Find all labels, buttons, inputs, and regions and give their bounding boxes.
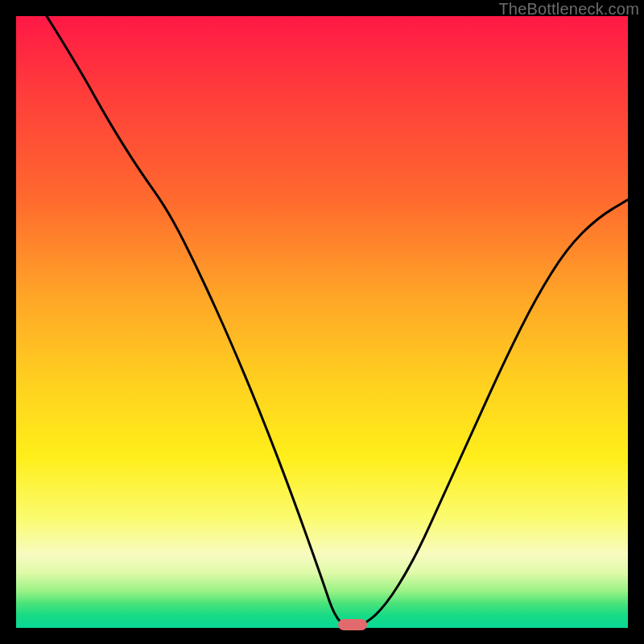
chart-frame: TheBottleneck.com (0, 0, 644, 644)
curve-svg (16, 16, 628, 628)
plot-area (16, 16, 628, 628)
minimum-marker (338, 619, 367, 630)
bottleneck-curve (47, 16, 628, 628)
